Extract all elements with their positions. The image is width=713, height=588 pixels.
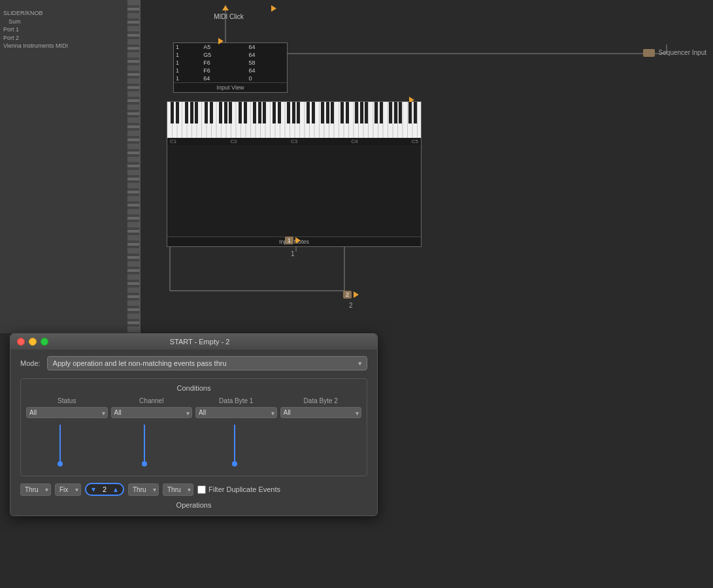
conditions-title: Conditions xyxy=(26,384,361,392)
svg-rect-88 xyxy=(365,102,368,123)
header-channel: Channel xyxy=(111,397,193,404)
svg-rect-84 xyxy=(340,102,344,123)
data-byte1-select-wrapper[interactable]: All xyxy=(195,407,277,418)
svg-rect-83 xyxy=(331,102,334,123)
v-line-2 xyxy=(144,425,145,464)
svg-rect-69 xyxy=(239,102,242,123)
svg-rect-72 xyxy=(258,102,261,123)
input-view-arrow xyxy=(218,38,224,44)
op-thru1-wrapper[interactable]: Thru xyxy=(20,483,51,496)
header-status: Status xyxy=(26,397,108,404)
badge-2-label: 2 xyxy=(349,302,353,309)
svg-rect-60 xyxy=(176,102,179,123)
conditions-dropdowns: All All All All xyxy=(26,407,361,418)
filter-dup-label: Filter Duplicate Events xyxy=(208,485,280,493)
vertical-lines-area xyxy=(26,421,361,467)
operations-title: Operations xyxy=(20,501,367,509)
svg-rect-59 xyxy=(171,102,174,123)
piano-labels: C1 C2 C3 C4 C5 xyxy=(167,138,421,145)
sidebar: SLIDER/KNOB Sum Port 1 Port 2 Vienna Ins… xyxy=(0,0,141,333)
input-view-module: 1A564 1G564 1F658 1F664 1640 Input View xyxy=(173,42,288,93)
sequencer-input: Sequencer Input xyxy=(643,49,706,57)
dialog-panel: START - Empty - 2 Mode: Apply operation … xyxy=(10,333,378,516)
channel-select-wrapper[interactable]: All xyxy=(111,407,193,418)
svg-rect-76 xyxy=(287,102,290,123)
svg-rect-68 xyxy=(229,102,232,123)
mode-label: Mode: xyxy=(20,359,41,367)
main-canvas: SLIDER/KNOB Sum Port 1 Port 2 Vienna Ins… xyxy=(0,0,713,333)
filter-dup-checkbox[interactable] xyxy=(197,485,206,494)
input-view-table: 1A564 1G564 1F658 1F664 1640 xyxy=(174,43,287,82)
mode-select-wrapper[interactable]: Apply operation and let non-matching eve… xyxy=(47,356,367,370)
svg-rect-94 xyxy=(408,102,412,123)
svg-rect-75 xyxy=(278,102,281,123)
op-thru3-select[interactable]: Thru xyxy=(163,483,193,496)
dialog-titlebar: START - Empty - 2 xyxy=(10,334,377,350)
svg-rect-92 xyxy=(394,102,397,123)
op-thru3-wrapper[interactable]: Thru xyxy=(163,483,193,496)
badge-1-arrow xyxy=(295,237,301,244)
v-line-3-dot xyxy=(232,461,237,466)
stepper-value: 2 xyxy=(99,485,110,493)
svg-rect-89 xyxy=(374,102,378,123)
stepper-decrement[interactable]: ▾ xyxy=(90,485,97,493)
status-select-wrapper[interactable]: All xyxy=(26,407,108,418)
svg-rect-81 xyxy=(321,102,324,123)
midi-click-label: MIDI Click xyxy=(170,13,288,20)
filter-dup-area: Filter Duplicate Events xyxy=(197,485,280,494)
op-fix-select[interactable]: Fix xyxy=(55,483,81,496)
svg-rect-62 xyxy=(190,102,193,123)
svg-rect-85 xyxy=(346,102,349,123)
svg-rect-77 xyxy=(292,102,295,123)
badge-2: 2 xyxy=(343,291,352,299)
op-thru2-select[interactable]: Thru xyxy=(128,483,159,496)
header-data-byte-1: Data Byte 1 xyxy=(195,397,277,404)
close-button[interactable] xyxy=(17,338,25,346)
svg-rect-82 xyxy=(326,102,329,123)
badge-1-label: 1 xyxy=(291,250,295,257)
op-fix-wrapper[interactable]: Fix xyxy=(55,483,81,496)
svg-rect-64 xyxy=(205,102,208,123)
midi-click-arrow-right xyxy=(271,5,276,12)
svg-rect-65 xyxy=(210,102,213,123)
input-notes-module: C1 C2 C3 C4 C5 Input Notes xyxy=(167,101,422,247)
svg-rect-73 xyxy=(263,102,266,123)
input-view-label: Input View xyxy=(174,82,287,92)
svg-rect-93 xyxy=(399,102,402,123)
mode-select[interactable]: Apply operation and let non-matching eve… xyxy=(47,356,367,370)
piano-keys xyxy=(167,102,421,138)
v-line-1-dot xyxy=(58,461,63,466)
svg-rect-78 xyxy=(297,102,300,123)
op-thru1-select[interactable]: Thru xyxy=(20,483,51,496)
dialog-title: START - Empty - 2 xyxy=(29,338,371,346)
status-select[interactable]: All xyxy=(26,407,108,418)
conditions-section: Conditions Status Channel Data Byte 1 Da… xyxy=(20,378,367,476)
svg-rect-67 xyxy=(224,102,227,123)
op-thru2-wrapper[interactable]: Thru xyxy=(128,483,159,496)
v-line-1 xyxy=(59,425,61,464)
stepper-increment[interactable]: ▴ xyxy=(112,485,119,493)
svg-rect-79 xyxy=(307,102,310,123)
conditions-headers: Status Channel Data Byte 1 Data Byte 2 xyxy=(26,397,361,404)
seq-input-icon xyxy=(643,49,655,57)
header-data-byte-2: Data Byte 2 xyxy=(280,397,362,404)
data-byte2-select-wrapper[interactable]: All xyxy=(280,407,362,418)
sidebar-labels: SLIDER/KNOB Sum Port 1 Port 2 Vienna Ins… xyxy=(3,9,68,50)
svg-rect-95 xyxy=(414,102,417,123)
svg-rect-86 xyxy=(355,102,358,123)
svg-rect-90 xyxy=(380,102,383,123)
v-line-2-dot xyxy=(142,461,147,466)
number-stepper[interactable]: ▾ 2 ▴ xyxy=(85,483,124,496)
badge-2-arrow xyxy=(354,291,359,298)
svg-rect-70 xyxy=(244,102,247,123)
midi-click-arrow-up xyxy=(222,5,229,10)
input-notes-area xyxy=(167,145,421,237)
data-byte1-select[interactable]: All xyxy=(195,407,277,418)
badge-1: 1 xyxy=(285,237,293,244)
dialog-body: Mode: Apply operation and let non-matchi… xyxy=(10,350,377,515)
channel-select[interactable]: All xyxy=(111,407,193,418)
data-byte2-select[interactable]: All xyxy=(280,407,362,418)
v-line-3 xyxy=(234,425,235,464)
midi-click-module: MIDI Click xyxy=(170,0,288,39)
sidebar-spiral xyxy=(127,0,139,333)
